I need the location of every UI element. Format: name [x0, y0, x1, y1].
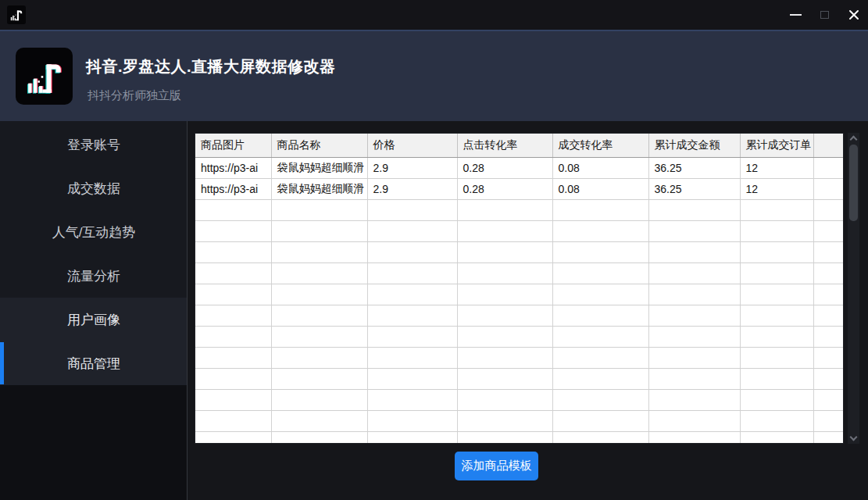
app-icon: [7, 5, 26, 24]
app-header: 抖音.罗盘达人.直播大屏数据修改器 抖抖分析师独立版: [0, 30, 868, 121]
table-cell-empty: [195, 368, 271, 389]
sidebar-item[interactable]: 商品管理: [0, 341, 188, 385]
app-icon-glyph: [9, 8, 23, 22]
table-cell-empty: [740, 347, 813, 368]
table-cell-empty: [552, 284, 648, 305]
table-cell-empty: [457, 326, 552, 347]
table-empty-row: [195, 220, 843, 241]
table-cell[interactable]: 0.08: [552, 178, 648, 199]
chevron-up-icon[interactable]: [850, 136, 858, 144]
table-cell-empty: [367, 305, 457, 326]
column-header-filler: [813, 134, 843, 157]
table-cell-empty: [648, 389, 740, 410]
table-cell[interactable]: 12: [740, 178, 813, 199]
table-cell-empty: [195, 347, 271, 368]
maximize-button[interactable]: [810, 0, 839, 30]
table-cell-empty: [195, 241, 271, 262]
chevron-down-icon[interactable]: [850, 434, 858, 441]
sidebar-item-label: 人气/互动趋势: [52, 223, 136, 241]
sidebar-item-label: 登录账号: [67, 136, 120, 154]
table-cell[interactable]: 36.25: [648, 157, 740, 178]
table-cell-empty: [271, 284, 367, 305]
close-icon: [848, 9, 859, 20]
table-cell-empty: [457, 368, 552, 389]
table-cell-empty: [367, 284, 457, 305]
minimize-button[interactable]: [781, 0, 810, 30]
table-cell-empty: [648, 347, 740, 368]
table-cell-empty: [648, 262, 740, 284]
table-cell-empty: [271, 389, 367, 410]
table-cell-empty: [457, 305, 552, 326]
table-cell-empty: [195, 305, 271, 326]
table-empty-row: [195, 410, 843, 431]
table-cell-empty[interactable]: [813, 178, 843, 199]
table-cell-empty: [195, 262, 271, 284]
window-controls: [781, 0, 868, 30]
table-cell-empty: [813, 284, 843, 305]
table-cell-empty: [648, 199, 740, 220]
close-button[interactable]: [839, 0, 868, 30]
table-cell-empty: [367, 431, 457, 444]
table-cell[interactable]: 0.08: [552, 157, 648, 178]
table-cell-empty: [271, 368, 367, 389]
table-cell-empty: [648, 241, 740, 262]
table-cell-empty: [271, 431, 367, 444]
table-cell-empty: [552, 347, 648, 368]
table-cell-empty: [648, 220, 740, 241]
table-cell-empty: [813, 220, 843, 241]
product-data-grid: 商品图片商品名称价格点击转化率成交转化率累计成交金额累计成交订单 https:/…: [195, 134, 844, 444]
table-cell[interactable]: 36.25: [648, 178, 740, 199]
table-header-row: 商品图片商品名称价格点击转化率成交转化率累计成交金额累计成交订单: [195, 134, 843, 157]
table-cell-empty: [367, 326, 457, 347]
table-cell-empty: [813, 368, 843, 389]
column-header[interactable]: 累计成交金额: [648, 134, 740, 157]
table-cell[interactable]: 袋鼠妈妈超细顺滑: [271, 157, 367, 178]
table-cell[interactable]: 袋鼠妈妈超细顺滑: [271, 178, 367, 199]
table-empty-row: [195, 284, 843, 305]
table-cell[interactable]: https://p3-ai: [195, 178, 271, 199]
table-empty-row: [195, 262, 843, 284]
sidebar-item[interactable]: 成交数据: [0, 166, 188, 210]
vertical-scrollbar[interactable]: [848, 133, 859, 444]
sidebar-item[interactable]: 人气/互动趋势: [0, 210, 188, 254]
column-header[interactable]: 商品名称: [271, 134, 367, 157]
table-cell-empty: [552, 220, 648, 241]
table-cell-empty: [552, 326, 648, 347]
sidebar-item[interactable]: 登录账号: [0, 123, 188, 166]
scrollbar-thumb[interactable]: [849, 145, 858, 221]
table-cell-empty: [648, 284, 740, 305]
table-cell-empty: [740, 305, 813, 326]
table-cell-empty: [457, 241, 552, 262]
table-cell-empty: [740, 241, 813, 262]
sidebar-nav: 登录账号 成交数据 人气/互动趋势 流量分析 用户画像: [0, 123, 188, 385]
table-cell[interactable]: 2.9: [367, 157, 457, 178]
table-cell[interactable]: 2.9: [367, 178, 457, 199]
table-cell[interactable]: 12: [740, 157, 813, 178]
maximize-icon: [820, 11, 829, 19]
table-cell[interactable]: 0.28: [457, 178, 552, 199]
product-table: 商品图片商品名称价格点击转化率成交转化率累计成交金额累计成交订单 https:/…: [195, 133, 844, 444]
table-row: https://p3-ai袋鼠妈妈超细顺滑2.90.280.0836.2512: [195, 178, 843, 199]
table-cell[interactable]: 0.28: [457, 157, 552, 178]
table-cell-empty: [552, 305, 648, 326]
sidebar-item-label: 商品管理: [67, 355, 120, 373]
table-cell-empty: [367, 199, 457, 220]
column-header[interactable]: 商品图片: [195, 134, 271, 157]
column-header[interactable]: 点击转化率: [457, 134, 552, 157]
column-header[interactable]: 累计成交订单: [740, 134, 813, 157]
column-header[interactable]: 成交转化率: [552, 134, 648, 157]
add-product-template-button[interactable]: 添加商品模板: [455, 452, 538, 480]
sidebar-item[interactable]: 流量分析: [0, 254, 188, 298]
table-cell-empty: [648, 368, 740, 389]
column-header[interactable]: 价格: [367, 134, 457, 157]
table-cell-empty: [813, 262, 843, 284]
table-cell[interactable]: https://p3-ai: [195, 157, 271, 178]
table-cell-empty: [552, 199, 648, 220]
table-cell-empty[interactable]: [813, 157, 843, 178]
table-cell-empty: [740, 284, 813, 305]
sidebar-item[interactable]: 用户画像: [0, 298, 188, 341]
titlebar: [0, 0, 868, 30]
table-cell-empty: [367, 220, 457, 241]
table-cell-empty: [457, 389, 552, 410]
table-cell-empty: [271, 241, 367, 262]
